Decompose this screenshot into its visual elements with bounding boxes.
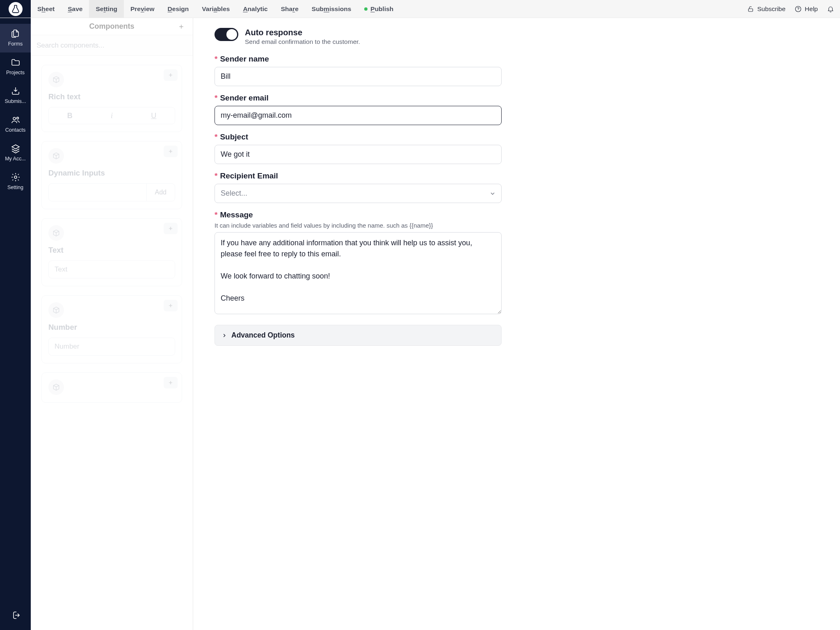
required-marker: * — [215, 55, 217, 64]
cube-icon — [48, 148, 64, 164]
auto-response-row: Auto response Send email confirmation to… — [215, 28, 819, 46]
components-search-input[interactable] — [37, 41, 187, 50]
brand-logo-cell[interactable] — [0, 0, 31, 18]
card-title: Dynamic Inputs — [48, 169, 175, 178]
menu-save[interactable]: Save — [61, 0, 89, 18]
field-recipient-email: *Recipient Email Select... — [215, 171, 819, 203]
plus-icon — [168, 226, 173, 231]
plus-icon — [168, 380, 173, 386]
required-marker: * — [215, 171, 217, 180]
auto-response-toggle[interactable] — [215, 28, 238, 41]
menu-preview[interactable]: Preview — [124, 0, 161, 18]
recipient-email-label: Recipient Email — [220, 171, 278, 180]
svg-point-2 — [798, 10, 799, 11]
rail-submissions-label: Submis... — [5, 98, 26, 104]
subscribe-button[interactable]: Subscribe — [747, 5, 785, 13]
menu-publish[interactable]: Publish — [358, 0, 400, 18]
plus-icon — [178, 23, 185, 30]
settings-panel[interactable]: Auto response Send email confirmation to… — [193, 18, 840, 630]
sender-email-input[interactable] — [215, 106, 502, 125]
menu-setting[interactable]: Setting — [89, 0, 124, 18]
required-marker: * — [215, 210, 217, 219]
card-add-button[interactable] — [164, 146, 178, 157]
component-card-dynamic-inputs: Dynamic Inputs Add — [41, 141, 182, 209]
field-sender-email: *Sender email — [215, 94, 819, 125]
component-card-text: Text Text — [41, 218, 182, 286]
layers-icon — [11, 144, 21, 153]
cube-icon — [48, 72, 64, 87]
top-menu: Sheet Save Setting Preview Design Variab… — [31, 0, 400, 18]
rail-my-account[interactable]: My Acc... — [0, 139, 31, 167]
rail-logout[interactable] — [11, 610, 21, 622]
message-textarea[interactable] — [215, 232, 502, 314]
chevron-right-icon — [221, 333, 227, 338]
number-preview-input[interactable]: Number — [48, 338, 175, 356]
rich-text-format-row: B i U — [48, 107, 175, 124]
subscribe-label: Subscribe — [757, 5, 785, 13]
components-list[interactable]: Rich text B i U Dynamic Inputs Add — [31, 56, 193, 630]
rail-account-label: My Acc... — [5, 156, 26, 162]
rail-contacts-label: Contacts — [5, 127, 25, 133]
svg-point-4 — [16, 117, 18, 119]
cube-icon — [48, 379, 64, 395]
topbar-right: Subscribe Help — [747, 0, 834, 18]
card-add-button[interactable] — [164, 377, 178, 388]
components-header: Components — [31, 18, 193, 35]
rail-projects[interactable]: Projects — [0, 52, 31, 81]
rail-forms[interactable]: Forms — [0, 24, 31, 52]
sender-name-input[interactable] — [215, 67, 502, 86]
cube-icon — [48, 225, 64, 241]
bell-icon — [827, 5, 834, 13]
sender-name-label: Sender name — [220, 55, 269, 64]
plus-icon — [168, 148, 173, 154]
underline-button[interactable]: U — [133, 107, 175, 124]
left-rail: Forms Projects Submis... Contacts My Acc… — [0, 18, 31, 630]
rail-projects-label: Projects — [6, 70, 25, 75]
italic-button[interactable]: i — [91, 107, 132, 124]
gear-icon — [11, 172, 21, 182]
text-preview-input[interactable]: Text — [48, 260, 175, 278]
components-add-button[interactable] — [176, 22, 186, 32]
advanced-options-toggle[interactable]: Advanced Options — [215, 325, 502, 346]
flask-logo-icon — [9, 2, 23, 16]
notifications-button[interactable] — [827, 5, 834, 13]
subject-input[interactable] — [215, 145, 502, 164]
rail-contacts[interactable]: Contacts — [0, 110, 31, 139]
card-title: Number — [48, 323, 175, 332]
component-card-number: Number Number — [41, 295, 182, 363]
svg-point-3 — [13, 117, 16, 120]
unlock-icon — [747, 5, 754, 13]
dynamic-input-field[interactable] — [49, 184, 146, 201]
rail-setting-label: Setting — [7, 185, 23, 190]
card-add-button[interactable] — [164, 300, 178, 311]
recipient-email-select[interactable]: Select... — [215, 184, 502, 203]
inbox-download-icon — [11, 86, 21, 96]
toggle-knob — [226, 29, 237, 40]
field-message: *Message It can include variables and fi… — [215, 210, 819, 316]
folder-icon — [11, 57, 21, 67]
menu-variables[interactable]: Variables — [195, 0, 236, 18]
advanced-options-label: Advanced Options — [231, 331, 295, 340]
menu-sheet[interactable]: Sheet — [31, 0, 61, 18]
rail-forms-label: Forms — [8, 41, 23, 47]
auto-response-desc: Send email confirmation to the customer. — [245, 38, 360, 46]
svg-point-5 — [14, 176, 17, 178]
rail-setting[interactable]: Setting — [0, 167, 31, 196]
menu-analytic[interactable]: Analytic — [236, 0, 274, 18]
field-subject: *Subject — [215, 132, 819, 164]
message-label: Message — [220, 210, 253, 219]
auto-response-title: Auto response — [245, 28, 360, 37]
card-add-button[interactable] — [164, 69, 178, 81]
components-search — [31, 35, 193, 56]
help-label: Help — [805, 5, 818, 13]
cube-icon — [48, 302, 64, 318]
files-icon — [11, 29, 21, 39]
menu-design[interactable]: Design — [161, 0, 196, 18]
dynamic-add-button[interactable]: Add — [146, 184, 175, 201]
menu-share[interactable]: Share — [274, 0, 305, 18]
card-add-button[interactable] — [164, 223, 178, 234]
help-button[interactable]: Help — [794, 5, 818, 13]
menu-submissions[interactable]: Submissions — [305, 0, 358, 18]
bold-button[interactable]: B — [49, 107, 91, 124]
rail-submissions[interactable]: Submis... — [0, 81, 31, 110]
